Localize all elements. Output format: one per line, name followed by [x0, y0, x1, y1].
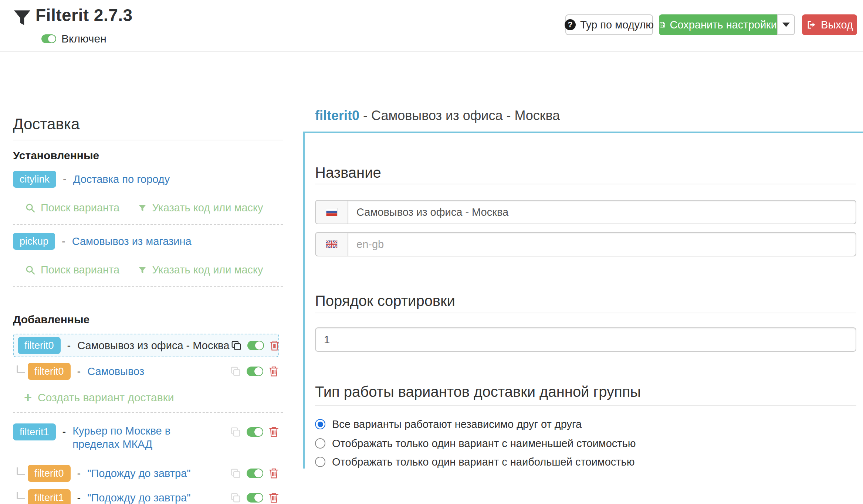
variant-name-link[interactable]: Самовывоз	[87, 365, 144, 378]
tree-elbow-icon	[17, 467, 25, 475]
plus-icon: +	[24, 391, 32, 404]
radio-unselected[interactable]	[315, 457, 325, 467]
added-variant-row: filterit0 - Самовывоз	[13, 362, 283, 381]
option-independent: Все варианты работают независимо друг от…	[315, 417, 582, 432]
gb-flag-addon	[315, 232, 348, 256]
separator	[13, 412, 283, 413]
copy-icon[interactable]	[230, 468, 241, 479]
name-section-heading: Название	[315, 164, 381, 181]
search-variant-link[interactable]: Поиск варианта	[25, 202, 119, 214]
added-group-filterit0-selected[interactable]: filterit0 - Самовывоз из офиса - Москва	[13, 334, 279, 357]
citylink-actions: Поиск варианта Указать код или маску	[13, 202, 283, 214]
sidebar-title: Доставка	[13, 115, 283, 140]
sort-order-input[interactable]	[315, 327, 856, 352]
added-variant-row: filterit1 - "Подожду до завтра"	[13, 488, 283, 504]
ru-flag-addon	[315, 200, 348, 224]
shipping-name-link[interactable]: Самовывоз из магазина	[72, 235, 192, 248]
enable-toggle[interactable]	[247, 367, 263, 376]
question-circle-icon: ?	[565, 19, 576, 30]
variant-code-badge: filterit0	[28, 465, 71, 482]
type-section-heading: Тип работы вариантов доставки данной гру…	[315, 384, 641, 400]
variant-name-link[interactable]: "Подожду до завтра"	[87, 492, 190, 504]
enable-toggle[interactable]	[247, 469, 263, 478]
copy-icon[interactable]	[230, 426, 241, 437]
option-cheapest: Отображать только один вариант с наимень…	[315, 436, 636, 451]
name-ru-input[interactable]	[348, 200, 856, 224]
variant-code-badge: filterit0	[28, 363, 71, 380]
filterit-module-page: Filterit 2.7.3 Включен ? Тур по модулю С…	[0, 0, 863, 504]
code-mask-link[interactable]: Указать код или маску	[138, 264, 263, 276]
name-en-input[interactable]	[348, 232, 856, 256]
variant-code-badge: filterit1	[28, 489, 71, 504]
copy-icon[interactable]	[230, 492, 241, 503]
code-mask-link[interactable]: Указать код или маску	[138, 202, 263, 214]
shipping-code-badge: pickup	[13, 233, 55, 250]
section-divider	[315, 184, 856, 184]
pickup-actions: Поиск варианта Указать код или маску	[13, 264, 283, 276]
added-heading: Добавленные	[13, 313, 89, 326]
radio-unselected[interactable]	[315, 438, 325, 449]
group-name-link[interactable]: Курьер по Москве в пределах МКАД	[72, 424, 213, 451]
sort-section-heading: Порядок сортировки	[315, 293, 455, 309]
group-name: Самовывоз из офиса - Москва	[77, 340, 229, 352]
search-icon	[25, 203, 35, 213]
filter-small-icon	[138, 204, 147, 212]
panel-top-border	[303, 132, 863, 133]
shipping-sidebar: Доставка Установленные citylink - Достав…	[13, 0, 283, 504]
tree-elbow-icon	[17, 492, 25, 499]
panel-left-border	[303, 132, 305, 469]
save-settings-button[interactable]: Сохранить настройки	[659, 14, 777, 35]
trash-icon[interactable]	[270, 340, 280, 351]
name-en-input-group	[315, 232, 856, 256]
filter-small-icon	[138, 266, 147, 275]
enable-toggle[interactable]	[247, 341, 264, 350]
trash-icon[interactable]	[269, 492, 279, 503]
create-variant-link[interactable]: + Создать вариант доставки	[24, 391, 174, 404]
variant-name-link[interactable]: "Подожду до завтра"	[87, 467, 190, 480]
trash-icon[interactable]	[269, 366, 279, 377]
enable-toggle[interactable]	[247, 427, 263, 437]
option-most-expensive: Отображать только один вариант с наиболь…	[315, 454, 634, 469]
search-icon	[25, 265, 35, 275]
chevron-down-icon	[782, 23, 790, 27]
shipping-name-link[interactable]: Доставка по городу	[73, 173, 170, 185]
search-variant-link[interactable]: Поиск варианта	[25, 264, 119, 276]
shipping-code-badge: filterit1	[13, 423, 56, 440]
panel-heading-name: - Самовывоз из офиса - Москва	[359, 108, 560, 123]
shipping-code-badge: filterit0	[18, 337, 61, 354]
radio-selected[interactable]	[315, 419, 325, 429]
tree-elbow-icon	[17, 365, 25, 373]
sign-out-icon	[806, 20, 816, 30]
exit-button[interactable]: Выход	[802, 14, 857, 35]
copy-icon[interactable]	[231, 340, 242, 351]
panel-heading: filterit0 - Самовывоз из офиса - Москва	[315, 108, 560, 123]
trash-icon[interactable]	[269, 468, 279, 479]
gb-flag-icon	[326, 240, 338, 248]
copy-icon[interactable]	[230, 366, 241, 377]
installed-row-citylink: citylink - Доставка по городу	[13, 171, 283, 188]
name-ru-input-group	[315, 200, 856, 224]
shipping-code-badge: citylink	[13, 171, 56, 188]
tour-button[interactable]: ? Тур по модулю	[565, 14, 653, 35]
trash-icon[interactable]	[269, 426, 279, 437]
separator	[13, 224, 283, 225]
ru-flag-icon	[326, 208, 338, 216]
section-divider	[315, 405, 856, 406]
added-group-filterit1: filterit1 - Курьер по Москве в пределах …	[13, 423, 283, 451]
added-variant-row: filterit0 - "Подожду до завтра"	[13, 464, 283, 483]
section-divider	[315, 313, 856, 313]
installed-heading: Установленные	[13, 149, 99, 162]
installed-row-pickup: pickup - Самовывоз из магазина	[13, 233, 283, 250]
save-dropdown-button[interactable]	[777, 14, 795, 35]
enable-toggle[interactable]	[247, 493, 263, 503]
panel-heading-code: filterit0	[315, 108, 359, 123]
save-icon	[659, 20, 666, 30]
separator	[13, 286, 283, 287]
